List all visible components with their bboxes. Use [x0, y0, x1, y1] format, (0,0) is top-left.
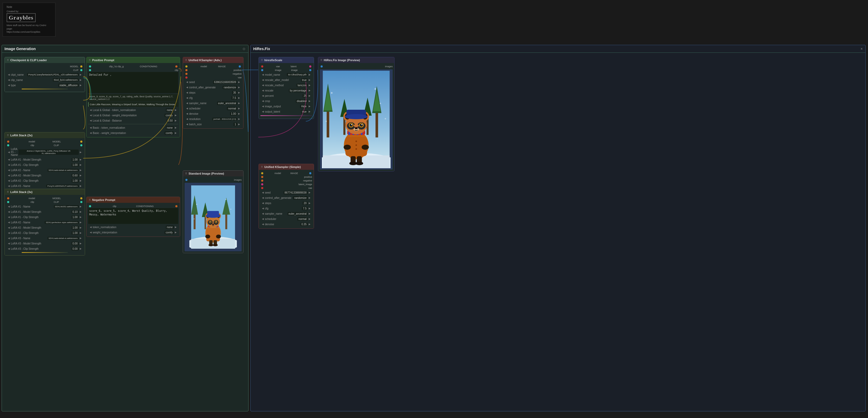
- lora1-ms-next[interactable]: ▶: [79, 158, 82, 161]
- ks-seed-prev[interactable]: ◀: [186, 81, 189, 83]
- kss-cfg-prev[interactable]: ◀: [261, 207, 264, 210]
- lora2s-2-ms-prev[interactable]: ◀: [7, 226, 10, 229]
- ks-cag-prev[interactable]: ◀: [186, 86, 189, 89]
- token-norm-next[interactable]: ▶: [174, 109, 177, 111]
- lora2s-3-cs-prev[interactable]: ◀: [7, 247, 10, 250]
- lora2s-1-ms-prev[interactable]: ◀: [7, 210, 10, 213]
- lora2s-2-cs-next[interactable]: ▶: [79, 232, 82, 234]
- balance-next[interactable]: ▶: [174, 119, 177, 122]
- hfs-image-output-next[interactable]: ▶: [308, 105, 311, 108]
- lora2s-3-name-prev[interactable]: ◀: [7, 237, 10, 240]
- neg-token-next[interactable]: ▶: [174, 226, 177, 229]
- hfs-output-latent-next[interactable]: ▶: [308, 110, 311, 113]
- ks-res-prev[interactable]: ◀: [186, 117, 189, 120]
- token-norm-prev[interactable]: ◀: [89, 109, 92, 111]
- basic-token-prev[interactable]: ◀: [89, 126, 92, 129]
- lora3-name-prev[interactable]: ◀: [7, 185, 10, 187]
- lora3-name-next[interactable]: ▶: [79, 185, 82, 187]
- ks-batch-next[interactable]: ▶: [238, 123, 241, 126]
- lora2s-3-ms-prev[interactable]: ◀: [7, 242, 10, 245]
- ks-steps-prev[interactable]: ◀: [186, 91, 189, 94]
- hfs-model-prev[interactable]: ◀: [261, 73, 264, 76]
- kss-sched-next[interactable]: ▶: [308, 217, 311, 220]
- positive-prompt-textarea[interactable]: Detailed Fur ,: [88, 72, 178, 93]
- ks-cfg-prev[interactable]: ◀: [186, 97, 189, 99]
- weight-interp-prev[interactable]: ◀: [89, 114, 92, 116]
- hfs-rescale-after-next[interactable]: ▶: [308, 79, 311, 81]
- hfs-model-next[interactable]: ▶: [308, 73, 311, 76]
- lora1-name-next[interactable]: ▶: [79, 151, 82, 153]
- lora1-cs-next[interactable]: ▶: [79, 164, 82, 166]
- lora2-cs-prev[interactable]: ◀: [7, 179, 10, 182]
- hfs-percent-next[interactable]: ▶: [308, 95, 311, 97]
- hfs-rescale-method-next[interactable]: ▶: [308, 84, 311, 86]
- kss-seed-prev[interactable]: ◀: [261, 191, 264, 194]
- lora1-cs-prev[interactable]: ◀: [7, 164, 10, 166]
- lora2-ms-prev[interactable]: ◀: [7, 174, 10, 177]
- ckpt-name-prev-btn[interactable]: ◀: [7, 73, 10, 76]
- ks-sched-next[interactable]: ▶: [238, 107, 241, 110]
- lora2s-3-name-next[interactable]: ▶: [79, 237, 82, 240]
- type-next-btn[interactable]: ▶: [79, 84, 82, 86]
- lora2s-1-cs-next[interactable]: ▶: [79, 216, 82, 218]
- hfs-output-latent-prev[interactable]: ◀: [261, 110, 264, 113]
- kss-sampler-prev[interactable]: ◀: [261, 212, 264, 215]
- kss-cag-next[interactable]: ▶: [308, 197, 311, 199]
- lora1-name-prev[interactable]: ◀: [7, 151, 10, 153]
- ks-cfg-next[interactable]: ▶: [238, 97, 241, 99]
- lora2s-2-name-prev[interactable]: ◀: [7, 221, 10, 223]
- clip-name-prev-btn[interactable]: ◀: [7, 79, 10, 81]
- lora2s-3-ms-next[interactable]: ▶: [79, 242, 82, 245]
- kss-steps-prev[interactable]: ◀: [261, 202, 264, 204]
- hfs-rescale-next[interactable]: ▶: [308, 89, 311, 92]
- hfs-image-output-prev[interactable]: ◀: [261, 105, 264, 108]
- hfs-rescale-method-prev[interactable]: ◀: [261, 84, 264, 86]
- lora2-ms-next[interactable]: ▶: [79, 174, 82, 177]
- hfs-crop-prev[interactable]: ◀: [261, 100, 264, 102]
- weight-interp-next[interactable]: ▶: [174, 114, 177, 116]
- hfs-rescale-after-prev[interactable]: ◀: [261, 79, 264, 81]
- ks-seed-next[interactable]: ▶: [238, 81, 241, 83]
- hfs-rescale-prev[interactable]: ◀: [261, 89, 264, 92]
- lora2s-1-name-next[interactable]: ▶: [79, 205, 82, 208]
- lora1-ms-prev[interactable]: ◀: [7, 158, 10, 161]
- kss-denoise-prev[interactable]: ◀: [261, 223, 264, 225]
- neg-weight-next[interactable]: ▶: [174, 231, 177, 234]
- negative-prompt-textarea[interactable]: score_6, score_5, score_4, Worst Quality…: [88, 208, 178, 224]
- ks-batch-prev[interactable]: ◀: [186, 123, 189, 126]
- lora2-name-next[interactable]: ▶: [79, 169, 82, 171]
- lora2s-2-ms-next[interactable]: ▶: [79, 226, 82, 229]
- ckpt-name-next-btn[interactable]: ▶: [79, 73, 82, 76]
- clip-name-next-btn[interactable]: ▶: [79, 79, 82, 81]
- lora2s-1-name-prev[interactable]: ◀: [7, 205, 10, 208]
- kss-sampler-next[interactable]: ▶: [308, 212, 311, 215]
- lora2-cs-next[interactable]: ▶: [79, 179, 82, 182]
- lora2s-1-cs-prev[interactable]: ◀: [7, 216, 10, 218]
- ks-res-next[interactable]: ▶: [238, 117, 241, 120]
- basic-token-next[interactable]: ▶: [174, 126, 177, 129]
- lora2s-1-ms-next[interactable]: ▶: [79, 210, 82, 213]
- lora2s-3-cs-next[interactable]: ▶: [79, 247, 82, 250]
- ks-cag-next[interactable]: ▶: [238, 86, 241, 89]
- kss-cag-prev[interactable]: ◀: [261, 197, 264, 199]
- ks-sampler-next[interactable]: ▶: [238, 102, 241, 104]
- ks-denoise-next[interactable]: ▶: [238, 112, 241, 115]
- kss-sched-prev[interactable]: ◀: [261, 217, 264, 220]
- lora2s-2-cs-prev[interactable]: ◀: [7, 232, 10, 234]
- type-prev-btn[interactable]: ◀: [7, 84, 10, 86]
- kss-steps-next[interactable]: ▶: [308, 202, 311, 204]
- balance-prev[interactable]: ◀: [89, 119, 92, 122]
- ks-sched-prev[interactable]: ◀: [186, 107, 189, 110]
- ks-sampler-prev[interactable]: ◀: [186, 102, 189, 104]
- basic-weight-prev[interactable]: ◀: [89, 132, 92, 134]
- neg-token-prev[interactable]: ◀: [89, 226, 92, 229]
- basic-weight-next[interactable]: ▶: [174, 132, 177, 134]
- neg-weight-prev[interactable]: ◀: [89, 231, 92, 234]
- kss-cfg-next[interactable]: ▶: [308, 207, 311, 210]
- kss-seed-next[interactable]: ▶: [308, 191, 311, 194]
- ks-denoise-prev[interactable]: ◀: [186, 112, 189, 115]
- lora2s-2-name-next[interactable]: ▶: [79, 221, 82, 223]
- hfs-crop-next[interactable]: ▶: [308, 100, 311, 102]
- ks-steps-next[interactable]: ▶: [238, 91, 241, 94]
- hfs-percent-prev[interactable]: ◀: [261, 95, 264, 97]
